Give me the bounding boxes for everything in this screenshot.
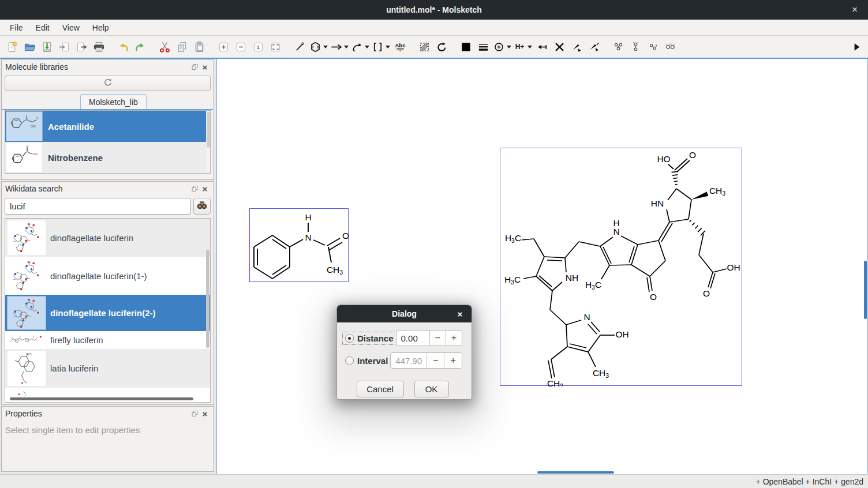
interval-value[interactable]: 447.90 <box>391 353 426 368</box>
zoom-fit-button[interactable] <box>267 38 284 55</box>
dialog-title-bar[interactable]: Dialog × <box>337 305 472 322</box>
open-document-button[interactable] <box>21 38 38 55</box>
delete-tool-button[interactable] <box>551 38 568 55</box>
dropdown-arrow-icon[interactable] <box>527 46 532 48</box>
toolbar-overflow-button[interactable] <box>847 38 865 55</box>
float-panel-icon[interactable] <box>189 408 200 419</box>
lonepair-icon <box>536 41 548 53</box>
structure-tool-d-button[interactable] <box>661 38 679 55</box>
undo-button[interactable] <box>114 38 132 55</box>
interval-radio-group[interactable]: Interval <box>343 355 390 367</box>
mechanism-arrow-tool-button[interactable] <box>350 38 371 55</box>
paste-button[interactable] <box>190 38 208 55</box>
color-picker-button[interactable] <box>457 38 474 55</box>
molecule-libraries-title: Molecule libraries <box>5 62 189 72</box>
distance-increment-button[interactable]: + <box>446 331 462 346</box>
library-scrollbar-thumb[interactable] <box>207 112 210 148</box>
copy-button[interactable] <box>173 38 190 55</box>
interval-decrement-button[interactable]: − <box>426 353 444 368</box>
distance-value[interactable]: 0.00 <box>396 331 429 346</box>
dropdown-arrow-icon[interactable] <box>344 46 349 48</box>
hydrogen-tool-button[interactable]: H+ <box>512 38 533 55</box>
text-tool-button[interactable]: Abc <box>391 38 409 55</box>
zoom-out-button[interactable] <box>232 38 249 55</box>
menu-help[interactable]: Help <box>86 21 115 35</box>
charge-tool-button[interactable] <box>492 38 512 55</box>
menu-edit[interactable]: Edit <box>29 21 56 35</box>
ring-tool-button[interactable] <box>308 38 329 55</box>
dropdown-arrow-icon[interactable] <box>323 46 328 48</box>
dialog-close-button[interactable]: × <box>454 305 466 322</box>
rotate-icon <box>436 41 448 53</box>
svg-text:Abc: Abc <box>395 42 406 48</box>
wikidata-result-item[interactable]: dinoflagellate luciferin <box>5 219 210 257</box>
wikidata-hscrollbar-thumb[interactable] <box>10 397 193 400</box>
cancel-button[interactable]: Cancel <box>357 381 404 397</box>
redo-button[interactable] <box>132 38 149 55</box>
lone-pair-tool-button[interactable] <box>533 38 551 55</box>
canvas-vscrollbar-thumb[interactable] <box>864 261 867 319</box>
dropdown-arrow-icon[interactable] <box>386 46 390 48</box>
wedge-bond-tool-button[interactable] <box>568 38 585 55</box>
print-document-button[interactable] <box>90 38 107 55</box>
library-item[interactable]: NOCH3Acetanilide <box>5 111 210 142</box>
close-panel-icon[interactable]: × <box>200 408 210 419</box>
distance-spinbox[interactable]: 0.00 − + <box>396 330 462 346</box>
distance-decrement-button[interactable]: − <box>429 331 446 346</box>
wikidata-result-item[interactable]: CH3latia luciferin <box>5 349 210 388</box>
close-panel-icon[interactable]: × <box>200 62 210 72</box>
wikidata-result-item[interactable]: dinoflagellate luciferin(1-) <box>5 257 210 295</box>
wikidata-item-label: latia luciferin <box>50 363 98 373</box>
library-scrollbar[interactable] <box>206 111 210 173</box>
selection-tool-button[interactable] <box>416 38 433 55</box>
export-document-button[interactable] <box>73 38 90 55</box>
zoom-in-button[interactable] <box>215 38 232 55</box>
float-panel-icon[interactable] <box>189 183 200 194</box>
wikidata-scrollbar-thumb[interactable] <box>206 250 209 348</box>
hash-bond-tool-button[interactable] <box>585 38 603 55</box>
structure-tool-a-button[interactable] <box>609 38 627 55</box>
distance-radio[interactable] <box>345 334 354 343</box>
dropdown-arrow-icon[interactable] <box>507 46 511 48</box>
search-input[interactable] <box>5 198 191 215</box>
search-button[interactable] <box>193 198 211 215</box>
interval-increment-button[interactable]: + <box>444 353 462 368</box>
new-document-button[interactable] <box>3 38 21 55</box>
zoom-original-button[interactable]: 1 <box>249 38 267 55</box>
svg-text:N: N <box>26 149 28 153</box>
wikidata-search-header: Wikidata search × <box>2 182 214 196</box>
acetanilide-structure[interactable]: HNOCH3 <box>249 208 349 282</box>
library-item[interactable]: NOOHNitrobenzene <box>5 142 210 173</box>
cut-button[interactable] <box>156 38 173 55</box>
import-document-button[interactable] <box>55 38 73 55</box>
refresh-libraries-button[interactable] <box>5 76 211 91</box>
save-document-button[interactable] <box>38 38 55 55</box>
rotate-tool-button[interactable] <box>433 38 450 55</box>
wikidata-result-item[interactable]: firefly luciferin <box>5 331 210 349</box>
line-width-tool-button[interactable] <box>474 38 492 55</box>
dinoflagellate-luciferin-structure[interactable]: HOOHNCH3OHOHNH3CONHH3CH3CNOHCH3CH2 <box>500 148 742 386</box>
structure-tool-c-button[interactable] <box>644 38 661 55</box>
close-panel-icon[interactable]: × <box>200 183 210 194</box>
window-close-button[interactable]: × <box>846 0 863 20</box>
copy-icon <box>176 41 188 53</box>
canvas-hscrollbar-thumb[interactable] <box>537 471 614 474</box>
bracket-tool-button[interactable] <box>371 38 391 55</box>
menu-view[interactable]: View <box>56 21 86 35</box>
draw-bond-tool-button[interactable] <box>291 38 308 55</box>
cut-icon <box>159 41 171 53</box>
tab-molsketch-lib[interactable]: Molsketch_lib <box>80 94 147 109</box>
menu-file[interactable]: File <box>3 21 29 35</box>
wikidata-result-item[interactable]: dinoflagellate luciferin(2-) <box>5 295 210 331</box>
ok-button[interactable]: OK <box>414 381 449 397</box>
drawing-canvas[interactable]: HNOCH3HOOHNCH3OHOHNH3CONHH3CH3CNOHCH3CH2 <box>216 59 868 475</box>
interval-radio[interactable] <box>345 356 354 365</box>
svg-text:O: O <box>703 288 710 298</box>
structure-tool-b-button[interactable] <box>627 38 644 55</box>
dropdown-arrow-icon[interactable] <box>365 46 369 48</box>
reaction-arrow-tool-button[interactable] <box>329 38 350 55</box>
float-panel-icon[interactable] <box>189 62 200 72</box>
distance-radio-group[interactable]: Distance <box>343 332 396 344</box>
toolbar-separator <box>450 47 457 47</box>
interval-spinbox[interactable]: 447.90 − + <box>390 352 462 369</box>
